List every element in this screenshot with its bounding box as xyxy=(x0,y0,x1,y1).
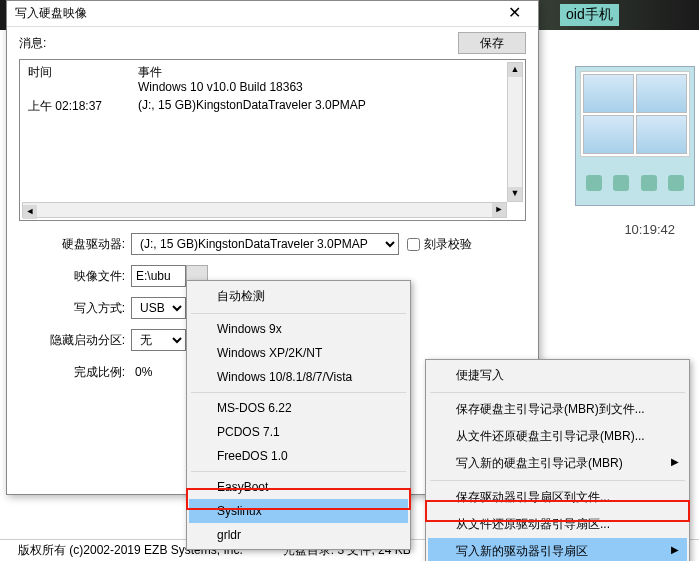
boot-type-menu: 自动检测 Windows 9x Windows XP/2K/NT Windows… xyxy=(186,280,411,550)
chevron-right-icon: ▶ xyxy=(671,544,679,555)
log-row: Windows 10 v10.0 Build 18363 xyxy=(20,78,525,96)
progress-label: 完成比例: xyxy=(19,364,131,381)
menu-item[interactable]: PCDOS 7.1 xyxy=(189,420,408,444)
scrollbar-horizontal[interactable]: ◄► xyxy=(22,202,507,218)
thumbnail-preview[interactable] xyxy=(575,66,695,206)
drive-select[interactable]: (J:, 15 GB)KingstonDataTraveler 3.0PMAP xyxy=(131,233,399,255)
log-col-event[interactable]: 事件 xyxy=(138,64,162,78)
menu-item[interactable]: EasyBoot xyxy=(189,475,408,499)
boot-submenu: 便捷写入 保存硬盘主引导记录(MBR)到文件... 从文件还原硬盘主引导记录(M… xyxy=(425,359,690,561)
menu-item[interactable]: 自动检测 xyxy=(189,283,408,310)
menu-item[interactable]: Windows 10/8.1/8/7/Vista xyxy=(189,365,408,389)
submenu-item[interactable]: 从文件还原驱动器引导扇区... xyxy=(428,511,687,538)
menu-item[interactable]: MS-DOS 6.22 xyxy=(189,396,408,420)
submenu-item[interactable]: 保存驱动器引导扇区到文件... xyxy=(428,484,687,511)
submenu-item-write-bootsector[interactable]: 写入新的驱动器引导扇区▶ xyxy=(428,538,687,561)
verify-checkbox[interactable]: 刻录校验 xyxy=(407,236,472,253)
submenu-item[interactable]: 便捷写入 xyxy=(428,362,687,389)
submenu-item[interactable]: 写入新的硬盘主引导记录(MBR)▶ xyxy=(428,450,687,477)
chevron-right-icon: ▶ xyxy=(671,456,679,467)
submenu-item[interactable]: 保存硬盘主引导记录(MBR)到文件... xyxy=(428,396,687,423)
close-button[interactable]: ✕ xyxy=(494,2,534,26)
log-row: 上午 02:18:37 (J:, 15 GB)KingstonDataTrave… xyxy=(20,96,525,117)
hidden-partition-select[interactable]: 无 xyxy=(131,329,186,351)
write-method-select[interactable]: USB-HD xyxy=(131,297,186,319)
thumbnail-timestamp: 10:19:42 xyxy=(624,222,675,237)
log-col-time[interactable]: 时间 xyxy=(28,64,138,78)
menu-item[interactable]: Windows 9x xyxy=(189,317,408,341)
submenu-item[interactable]: 从文件还原硬盘主引导记录(MBR)... xyxy=(428,423,687,450)
progress-value: 0% xyxy=(135,365,152,379)
scrollbar-vertical[interactable]: ▲▼ xyxy=(507,62,523,202)
menu-item[interactable]: grldr xyxy=(189,523,408,547)
write-method-label: 写入方式: xyxy=(19,300,131,317)
bg-window-label: oid手机 xyxy=(560,4,619,26)
message-label: 消息: xyxy=(19,35,458,52)
drive-label: 硬盘驱动器: xyxy=(19,236,131,253)
dialog-title: 写入硬盘映像 xyxy=(11,5,494,22)
menu-item-syslinux[interactable]: Syslinux xyxy=(189,499,408,523)
menu-item[interactable]: FreeDOS 1.0 xyxy=(189,444,408,468)
image-file-label: 映像文件: xyxy=(19,268,131,285)
hidden-partition-label: 隐藏启动分区: xyxy=(19,332,131,349)
image-file-input[interactable] xyxy=(131,265,186,287)
dialog-titlebar: 写入硬盘映像 ✕ xyxy=(7,1,538,27)
menu-item[interactable]: Windows XP/2K/NT xyxy=(189,341,408,365)
save-button[interactable]: 保存 xyxy=(458,32,526,54)
log-listview[interactable]: 时间 事件 Windows 10 v10.0 Build 18363 上午 02… xyxy=(19,59,526,221)
